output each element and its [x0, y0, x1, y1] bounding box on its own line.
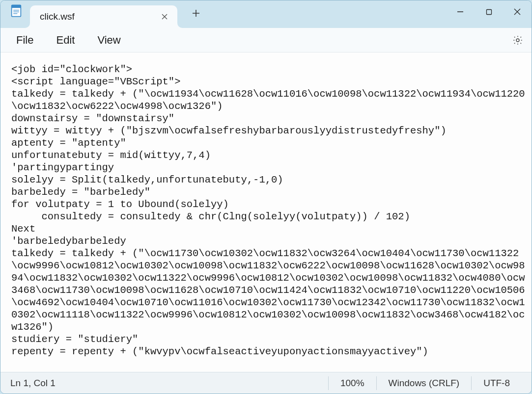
notepad-window: click.wsf [0, 0, 532, 394]
tab-active[interactable]: click.wsf [30, 5, 177, 28]
minimize-icon [457, 8, 464, 15]
svg-rect-1 [12, 5, 21, 8]
svg-point-13 [516, 39, 519, 42]
gear-icon [512, 35, 523, 46]
cursor-position[interactable]: Ln 1, Col 1 [10, 378, 328, 389]
settings-button[interactable] [509, 31, 527, 49]
text-editor-area[interactable]: <job id="clockwork"> <script language="V… [0, 53, 532, 372]
minimize-button[interactable] [446, 0, 475, 23]
menu-bar: File Edit View [0, 28, 532, 53]
close-icon [514, 8, 521, 15]
maximize-button[interactable] [475, 0, 503, 23]
encoding[interactable]: UTF-8 [471, 376, 522, 390]
tab-title: click.wsf [40, 11, 158, 22]
new-tab-button[interactable] [186, 3, 206, 23]
zoom-level[interactable]: 100% [328, 376, 376, 390]
close-window-button[interactable] [503, 0, 532, 23]
menu-file[interactable]: File [7, 31, 42, 50]
status-bar: Ln 1, Col 1 100% Windows (CRLF) UTF-8 [0, 372, 532, 394]
maximize-icon [486, 9, 492, 15]
plus-icon [192, 9, 200, 17]
title-bar: click.wsf [0, 0, 532, 28]
window-controls [446, 0, 532, 23]
line-ending[interactable]: Windows (CRLF) [376, 376, 472, 390]
tab-close-button[interactable] [158, 10, 171, 24]
menu-view[interactable]: View [88, 31, 129, 50]
menu-edit[interactable]: Edit [47, 31, 84, 50]
notepad-app-icon [9, 4, 23, 18]
svg-rect-10 [486, 9, 491, 14]
close-icon [162, 14, 168, 20]
editor-content: <job id="clockwork"> <script language="V… [11, 63, 527, 358]
